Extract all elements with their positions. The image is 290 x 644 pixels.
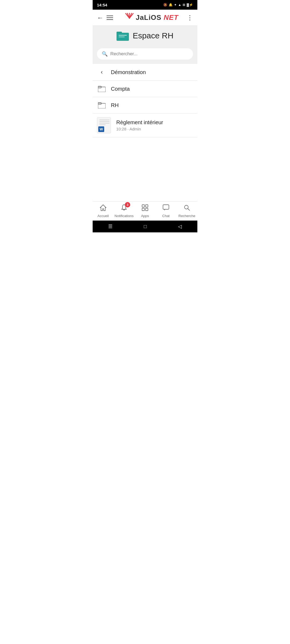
android-nav: ☰ □ ◁	[93, 221, 197, 232]
grid-icon	[142, 204, 148, 213]
file-info: Règlement intérieur 10:28 · Admin	[116, 119, 163, 131]
chat-icon	[162, 204, 169, 213]
recherche-label: Recherche	[179, 214, 195, 218]
page-title: Espace RH	[133, 31, 173, 40]
wifi-icon: ▲	[178, 3, 181, 7]
svg-rect-10	[98, 87, 106, 92]
list-item-rh[interactable]: RH	[93, 97, 197, 114]
search-section: 🔍	[93, 46, 197, 64]
svg-rect-12	[98, 103, 106, 108]
word-doc-icon: W	[97, 117, 111, 133]
silent-icon: 🔕	[163, 3, 167, 7]
list-container: ‹ Démonstration Compta RH	[93, 64, 197, 201]
bell-icon: 3	[121, 204, 128, 213]
back-chevron-icon: ‹	[97, 69, 107, 76]
android-back-btn[interactable]: ◁	[178, 224, 182, 229]
apps-label: Apps	[141, 214, 149, 218]
logo-text: JaLiOS NET	[136, 13, 179, 22]
bottom-nav-apps[interactable]: Apps	[135, 204, 155, 218]
svg-rect-8	[119, 35, 127, 36]
rh-label: RH	[111, 102, 119, 108]
file-icon-wrapper: W	[97, 117, 112, 133]
bottom-nav-recherche[interactable]: Recherche	[176, 204, 197, 218]
file-name: Règlement intérieur	[116, 119, 163, 126]
android-menu-btn[interactable]: ☰	[108, 224, 113, 229]
search-input[interactable]	[110, 51, 188, 57]
status-icons: 🔕 🔔 ✦ ▲ ⊠ ▓⚡	[163, 3, 193, 7]
more-button[interactable]: ⋮	[187, 14, 193, 21]
svg-rect-9	[119, 36, 125, 37]
search-wrapper: 🔍	[97, 48, 193, 60]
notification-badge: 3	[125, 202, 130, 207]
bottom-nav-notifications[interactable]: 3 Notifications	[114, 204, 135, 218]
search-bottom-icon	[183, 204, 190, 213]
status-bar: 14:54 🔕 🔔 ✦ ▲ ⊠ ▓⚡	[93, 0, 197, 10]
home-icon	[100, 204, 107, 213]
folder-icon-compta	[97, 86, 107, 92]
list-item-compta[interactable]: Compta	[93, 81, 197, 97]
menu-button[interactable]	[107, 14, 113, 21]
bottom-nav-chat[interactable]: Chat	[155, 204, 176, 218]
chat-label: Chat	[162, 214, 169, 218]
compta-label: Compta	[111, 86, 130, 92]
bottom-nav: Accueil 3 Notifications Apps	[93, 201, 197, 221]
search-icon: 🔍	[102, 51, 108, 57]
logo-icon	[125, 13, 134, 23]
list-item-demonstration[interactable]: ‹ Démonstration	[93, 64, 197, 81]
folder-icon-rh	[97, 102, 107, 108]
logo-net: NET	[161, 13, 178, 21]
svg-rect-16	[146, 205, 148, 207]
vibrate-icon: 🔔	[169, 3, 173, 7]
notifications-label: Notifications	[115, 214, 134, 218]
page-title-section: Espace RH	[93, 26, 197, 46]
folder-icon-large	[117, 31, 129, 41]
svg-rect-17	[142, 208, 144, 211]
back-button[interactable]: ←	[97, 14, 103, 21]
top-nav: ← JaLiOS NET ⋮	[93, 10, 197, 26]
svg-marker-14	[100, 205, 106, 211]
file-meta: 10:28 · Admin	[116, 127, 163, 131]
svg-rect-19	[163, 205, 169, 209]
bluetooth-icon: ✦	[174, 3, 177, 7]
logo-jalios: JaLiOS	[136, 13, 162, 21]
svg-rect-18	[146, 208, 148, 211]
svg-rect-15	[142, 205, 144, 207]
status-time: 14:54	[97, 3, 107, 7]
accueil-label: Accueil	[97, 214, 109, 218]
sim-icon: ⊠	[183, 3, 185, 7]
word-badge: W	[98, 126, 104, 132]
svg-line-21	[188, 208, 190, 210]
bottom-nav-accueil[interactable]: Accueil	[93, 204, 114, 218]
logo: JaLiOS NET	[116, 13, 187, 23]
android-home-btn[interactable]: □	[144, 224, 147, 229]
demonstration-label: Démonstration	[111, 69, 146, 75]
battery-icon: ▓⚡	[187, 3, 193, 7]
list-item-reglement[interactable]: W Règlement intérieur 10:28 · Admin	[93, 114, 197, 137]
